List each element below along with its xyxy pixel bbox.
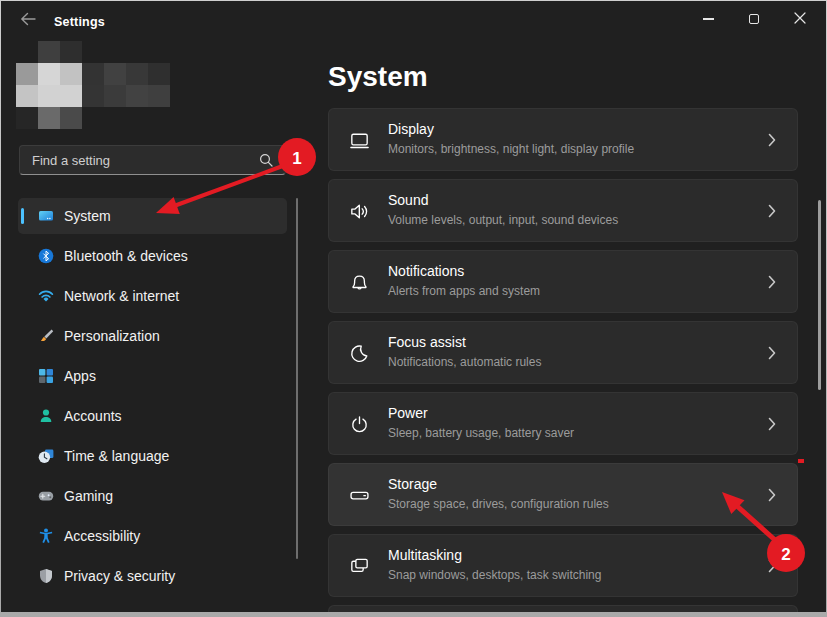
settings-card-storage[interactable]: Storage Storage space, drives, configura…: [328, 463, 798, 526]
sidebar-item-accessibility[interactable]: Accessibility: [18, 518, 287, 554]
settings-card-focus-assist[interactable]: Focus assist Notifications, automatic ru…: [328, 321, 798, 384]
focus-assist-icon: [348, 342, 371, 365]
sidebar-item-personalization[interactable]: Personalization: [18, 318, 287, 354]
main-panel: System Display Monitors, brightness, nig…: [311, 41, 826, 612]
system-icon: [38, 208, 54, 224]
card-subtitle: Monitors, brightness, night light, displ…: [388, 142, 634, 156]
multitasking-icon: [348, 555, 371, 578]
settings-window: Settings Syst: [1, 1, 826, 612]
search-icon: [259, 153, 273, 167]
avatar-pixel: [38, 85, 60, 107]
avatar-pixel: [60, 107, 82, 129]
sidebar-item-privacy-security[interactable]: Privacy & security: [18, 558, 287, 594]
window-title: Settings: [54, 15, 105, 29]
sidebar-item-label: System: [64, 198, 111, 234]
power-icon: [348, 413, 371, 436]
sidebar-item-label: Personalization: [64, 318, 160, 354]
settings-card-display[interactable]: Display Monitors, brightness, night ligh…: [328, 108, 798, 171]
storage-icon: [348, 484, 371, 507]
settings-card-notifications[interactable]: Notifications Alerts from apps and syste…: [328, 250, 798, 313]
accessibility-icon: [38, 528, 54, 544]
avatar-pixel: [126, 63, 148, 85]
sidebar-item-label: Privacy & security: [64, 558, 175, 594]
avatar-pixel: [60, 85, 82, 107]
personalization-icon: [38, 328, 54, 344]
back-button[interactable]: [12, 7, 44, 35]
time-language-icon: [38, 448, 54, 464]
search-box: [19, 145, 286, 175]
card-title: Display: [388, 121, 434, 137]
sidebar-item-label: Time & language: [64, 438, 169, 474]
card-subtitle: Volume levels, output, input, sound devi…: [388, 213, 618, 227]
sidebar-item-bluetooth[interactable]: Bluetooth & devices: [18, 238, 287, 274]
card-subtitle: Sleep, battery usage, battery saver: [388, 426, 574, 440]
card-subtitle: Snap windows, desktops, task switching: [388, 568, 601, 582]
selected-accent-bar: [21, 208, 24, 224]
settings-card-sound[interactable]: Sound Volume levels, output, input, soun…: [328, 179, 798, 242]
sidebar-item-time-language[interactable]: Time & language: [18, 438, 287, 474]
settings-card-power[interactable]: Power Sleep, battery usage, battery save…: [328, 392, 798, 455]
back-arrow-icon: [20, 12, 36, 30]
sidebar-item-label: Gaming: [64, 478, 113, 514]
avatar-pixel: [82, 63, 104, 85]
avatar: [16, 41, 170, 129]
apps-icon: [38, 368, 54, 384]
avatar-pixel: [60, 63, 82, 85]
page-title: System: [328, 61, 428, 93]
close-button[interactable]: [777, 1, 823, 37]
card-subtitle: Storage space, drives, configuration rul…: [388, 497, 609, 511]
avatar-pixel: [16, 85, 38, 107]
accounts-icon: [38, 408, 54, 424]
minimize-icon: [703, 18, 714, 20]
chevron-right-icon: [768, 133, 776, 151]
avatar-pixel: [38, 41, 60, 63]
sidebar-item-label: Network & internet: [64, 278, 179, 314]
sidebar-item-system[interactable]: System: [18, 198, 287, 234]
card-title: Power: [388, 405, 428, 421]
card-title: Notifications: [388, 263, 464, 279]
avatar-pixel: [104, 85, 126, 107]
maximize-button[interactable]: [731, 1, 777, 37]
sidebar-item-accounts[interactable]: Accounts: [18, 398, 287, 434]
display-icon: [348, 129, 371, 152]
avatar-pixel: [82, 85, 104, 107]
privacy-security-icon: [38, 568, 54, 584]
sidebar-item-label: Bluetooth & devices: [64, 238, 188, 274]
card-subtitle: Notifications, automatic rules: [388, 355, 541, 369]
sidebar-item-label: Apps: [64, 358, 96, 394]
avatar-pixel: [60, 41, 82, 63]
card-subtitle: Alerts from apps and system: [388, 284, 540, 298]
sidebar-item-gaming[interactable]: Gaming: [18, 478, 287, 514]
chevron-right-icon: [768, 346, 776, 364]
titlebar: Settings: [1, 1, 826, 41]
card-title: Focus assist: [388, 334, 466, 350]
red-corner-mark: [798, 459, 804, 463]
card-title: Multitasking: [388, 547, 462, 563]
avatar-pixel: [148, 63, 170, 85]
sidebar-scrollbar[interactable]: [296, 198, 298, 559]
avatar-pixel: [16, 107, 38, 129]
close-icon: [794, 10, 806, 28]
avatar-pixel: [38, 63, 60, 85]
settings-card-multitasking[interactable]: Multitasking Snap windows, desktops, tas…: [328, 534, 798, 597]
maximize-icon: [749, 14, 759, 24]
search-input[interactable]: [20, 153, 259, 168]
chevron-right-icon: [768, 275, 776, 293]
card-title: Storage: [388, 476, 437, 492]
gaming-icon: [38, 488, 54, 504]
avatar-pixel: [38, 107, 60, 129]
bluetooth-icon: [38, 248, 54, 264]
sidebar-item-network[interactable]: Network & internet: [18, 278, 287, 314]
sidebar: System Bluetooth & devices Network & int…: [1, 41, 311, 612]
chevron-right-icon: [768, 488, 776, 506]
sidebar-item-label: Accessibility: [64, 518, 140, 554]
main-scrollbar[interactable]: [818, 200, 821, 390]
notifications-icon: [348, 271, 371, 294]
sidebar-item-apps[interactable]: Apps: [18, 358, 287, 394]
chevron-right-icon: [768, 417, 776, 435]
minimize-button[interactable]: [685, 1, 731, 37]
avatar-pixel: [104, 63, 126, 85]
network-icon: [38, 288, 54, 304]
chevron-right-icon: [768, 559, 776, 577]
avatar-pixel: [16, 63, 38, 85]
